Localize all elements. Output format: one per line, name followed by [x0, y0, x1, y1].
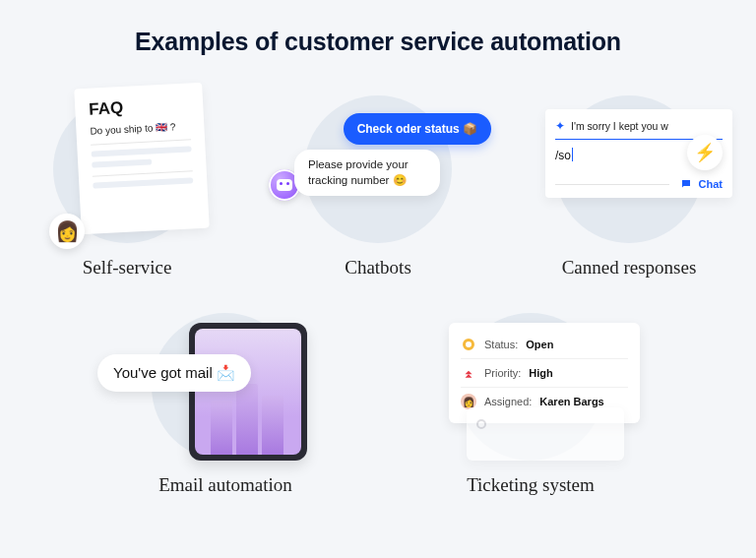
lightning-bolt-icon: ⚡ — [687, 135, 723, 170]
page-title: Examples of customer service automation — [0, 0, 756, 56]
sparkle-icon: ✦ — [555, 119, 565, 133]
caption-canned: Canned responses — [562, 257, 697, 279]
chat-bubble-icon — [679, 178, 693, 190]
channel-label: Chat — [699, 178, 723, 190]
faq-heading: FAQ — [89, 94, 190, 119]
decorative-column — [262, 396, 284, 455]
ticket-status-row: Status: Open — [461, 333, 628, 356]
ticketing-illustration: Status: Open Priority: High 👩 Assigned: … — [457, 313, 604, 461]
decorative-column — [211, 401, 232, 455]
status-label: Status: — [484, 339, 518, 350]
caption-self-service: Self-service — [83, 257, 172, 279]
faq-card: FAQ Do you ship to 🇬🇧 ? — [74, 83, 210, 235]
assigned-value: Karen Bargs — [539, 396, 603, 407]
caption-ticketing: Ticketing system — [467, 474, 595, 496]
user-message-bubble: Check oder status 📦 — [344, 113, 491, 145]
priority-high-icon — [461, 365, 476, 381]
divider — [555, 184, 669, 185]
item-self-service: FAQ Do you ship to 🇬🇧 ? 👩 Self-service — [29, 95, 225, 279]
self-service-illustration: FAQ Do you ship to 🇬🇧 ? 👩 — [53, 95, 201, 243]
status-open-icon — [461, 337, 476, 352]
row-1: FAQ Do you ship to 🇬🇧 ? 👩 Self-service C… — [0, 95, 756, 279]
row-2: You've got mail 📩 Email automation Statu… — [0, 313, 756, 496]
canned-preview-text: I'm sorry I kept you w — [571, 120, 668, 132]
channel-row: Chat — [545, 172, 732, 190]
tablet-device-icon — [189, 323, 307, 461]
divider — [461, 387, 628, 388]
caption-chatbots: Chatbots — [345, 257, 411, 279]
email-illustration: You've got mail 📩 — [152, 313, 299, 461]
decorative-column — [236, 384, 258, 455]
priority-value: High — [529, 367, 552, 379]
chatbots-illustration: Check oder status 📦 Please provide your … — [304, 95, 452, 243]
status-placeholder-icon — [476, 419, 486, 429]
caption-email: Email automation — [158, 474, 292, 496]
assigned-label: Assigned: — [484, 396, 532, 407]
placeholder-line — [92, 146, 192, 156]
faq-question: Do you ship to 🇬🇧 ? — [90, 120, 190, 136]
background-ticket-card — [467, 407, 624, 461]
item-chatbots: Check oder status 📦 Please provide your … — [280, 95, 476, 279]
item-email-automation: You've got mail 📩 Email automation — [127, 313, 324, 496]
divider — [461, 358, 628, 359]
ticket-priority-row: Priority: High — [461, 361, 628, 385]
priority-label: Priority: — [484, 367, 521, 379]
support-agent-avatar-icon: 👩 — [49, 214, 85, 249]
item-ticketing-system: Status: Open Priority: High 👩 Assigned: … — [432, 313, 629, 496]
tablet-screen — [195, 329, 301, 455]
status-value: Open — [526, 339, 553, 350]
placeholder-line — [93, 177, 193, 188]
canned-illustration: ✦ I'm sorry I kept you w /so Chat ⚡ — [555, 95, 703, 243]
mail-notification-bubble: You've got mail 📩 — [97, 354, 251, 392]
divider — [91, 139, 191, 145]
item-canned-responses: ✦ I'm sorry I kept you w /so Chat ⚡ Cann… — [531, 95, 727, 279]
divider — [93, 170, 193, 176]
placeholder-line — [92, 158, 152, 167]
bot-message-bubble: Please provide your tracking number 😊 — [294, 150, 440, 196]
